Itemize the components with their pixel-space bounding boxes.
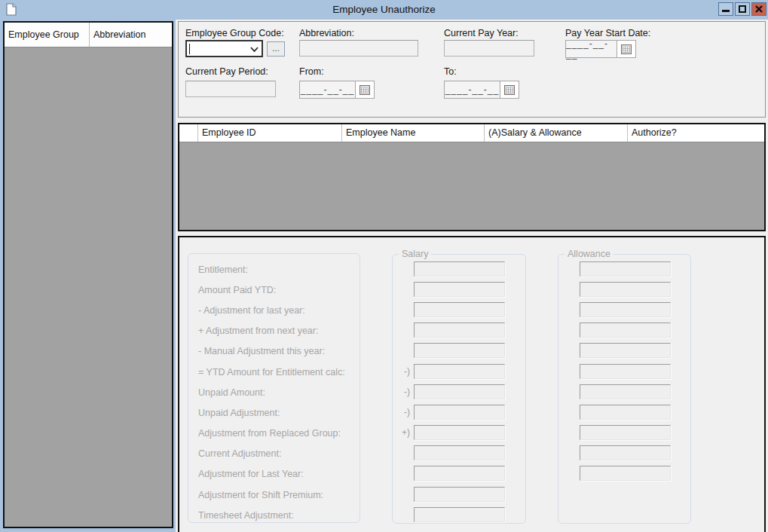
current-pay-year-label: Current Pay Year:: [444, 28, 519, 38]
calendar-icon: [621, 44, 632, 54]
employee-group-header: Employee Group Abbreviation: [5, 23, 172, 47]
to-date-field[interactable]: ____-__-__: [444, 81, 519, 99]
allowance-amount-field: [580, 445, 671, 460]
salary-row: [393, 320, 525, 341]
calendar-picker-button[interactable]: [500, 81, 519, 98]
salary-row: -): [393, 361, 525, 381]
salary-groupbox: Salary -)-)-)+): [392, 254, 526, 524]
allowance-amount-field: [580, 364, 671, 379]
salary-amount-field: [414, 364, 505, 379]
allowance-amount-field: [580, 282, 671, 297]
column-header-abbreviation[interactable]: Abbreviation: [90, 23, 172, 47]
salary-field-list: -)-)-)+): [393, 255, 525, 524]
detail-row-label: Adjustment for Shift Premium:: [198, 485, 360, 505]
employee-grid-header: Employee ID Employee Name (A)Salary & Al…: [179, 124, 764, 142]
calendar-picker-button[interactable]: [617, 41, 635, 57]
allowance-amount-field: [580, 261, 671, 277]
salary-row: [393, 299, 525, 320]
detail-row-label: Timesheet Adjustment:: [198, 505, 360, 525]
allowance-row: [558, 299, 690, 320]
allowance-groupbox: Allowance: [558, 254, 691, 524]
allowance-field-list: [558, 255, 690, 484]
salary-amount-field: [414, 282, 505, 297]
salary-amount-field: [414, 487, 505, 502]
salary-group-title: Salary: [399, 249, 431, 259]
row-selector-header: [179, 124, 198, 142]
allowance-row: [558, 402, 690, 422]
salary-amount-field: [414, 323, 505, 338]
salary-amount-field: [414, 384, 505, 399]
salary-amount-field: [414, 466, 505, 481]
operator-sign: -): [393, 407, 414, 417]
detail-row-label: Amount Paid YTD:: [198, 280, 360, 300]
from-date-field[interactable]: ____-__-__: [299, 81, 375, 99]
from-date-label: From:: [299, 66, 324, 77]
detail-row-label: Current Adjustment:: [198, 444, 360, 464]
to-date-label: To:: [444, 66, 457, 77]
allowance-amount-field: [580, 323, 671, 338]
detail-row-label: Adjustment for Last Year:: [198, 464, 360, 485]
browse-button[interactable]: ...: [267, 41, 285, 57]
detail-panel: Entitlement:Amount Paid YTD:- Adjustment…: [178, 236, 766, 532]
allowance-row: [558, 443, 690, 463]
chevron-down-icon: [250, 47, 259, 53]
main-area: Employee Group Code: ... Abbreviation: C…: [176, 20, 768, 532]
window-title: Employee Unauthorize: [0, 0, 768, 20]
salary-amount-field: [414, 302, 505, 317]
salary-row: [393, 463, 525, 484]
column-header-employee-group[interactable]: Employee Group: [5, 23, 90, 47]
column-header-employee-name[interactable]: Employee Name: [342, 124, 485, 142]
allowance-amount-field: [580, 466, 671, 481]
allowance-amount-field: [580, 343, 671, 358]
allowance-group-title: Allowance: [565, 249, 613, 259]
date-mask[interactable]: ____-__-__: [566, 41, 617, 57]
operator-sign: -): [393, 366, 414, 377]
maximize-button[interactable]: [735, 2, 750, 16]
column-header-salary-allowance[interactable]: (A)Salary & Allowance: [485, 124, 628, 142]
detail-labels-box: Entitlement:Amount Paid YTD:- Adjustment…: [188, 253, 360, 523]
detail-row-label: - Manual Adjustment this year:: [198, 341, 360, 362]
salary-row: [393, 258, 525, 279]
calendar-picker-button[interactable]: [355, 81, 374, 98]
pay-year-start-date-label: Pay Year Start Date:: [565, 28, 650, 38]
filter-panel: Employee Group Code: ... Abbreviation: C…: [178, 21, 766, 118]
allowance-row: [558, 341, 690, 361]
salary-row: -): [393, 381, 525, 402]
allowance-amount-field: [580, 302, 671, 317]
current-pay-year-field: [444, 40, 534, 57]
close-button[interactable]: [751, 2, 766, 16]
employee-group-code-combobox[interactable]: [185, 40, 263, 57]
allowance-amount-field: [580, 384, 671, 399]
date-mask[interactable]: ____-__-__: [445, 81, 500, 98]
allowance-amount-field: [580, 425, 671, 440]
salary-row: [393, 279, 525, 299]
allowance-row: [558, 258, 690, 279]
allowance-row: [558, 320, 690, 341]
window-controls: [718, 2, 766, 16]
allowance-row: [558, 361, 690, 381]
detail-row-label: Entitlement:: [198, 259, 360, 280]
calendar-icon: [360, 85, 370, 95]
allowance-row: [558, 423, 690, 443]
salary-row: [393, 341, 525, 361]
column-header-employee-id[interactable]: Employee ID: [198, 124, 342, 142]
detail-row-label: = YTD Amount for Entitlement calc:: [198, 362, 360, 382]
salary-row: +): [393, 423, 525, 443]
salary-amount-field: [414, 445, 505, 460]
column-header-authorize[interactable]: Authorize?: [628, 124, 764, 142]
employee-group-panel: Employee Group Abbreviation: [3, 21, 173, 528]
salary-amount-field: [414, 261, 505, 277]
allowance-row: [558, 381, 690, 402]
minimize-button[interactable]: [718, 2, 733, 16]
detail-label-list: Entitlement:Amount Paid YTD:- Adjustment…: [188, 254, 360, 525]
employee-grid-panel: Employee ID Employee Name (A)Salary & Al…: [178, 123, 766, 231]
salary-amount-field: [414, 425, 505, 440]
calendar-icon: [504, 85, 515, 95]
date-mask[interactable]: ____-__-__: [300, 81, 355, 98]
detail-row-label: + Adjustment from next year:: [198, 321, 360, 341]
current-pay-period-label: Current Pay Period:: [185, 66, 268, 77]
pay-year-start-date-field[interactable]: ____-__-__: [565, 40, 636, 58]
detail-row-label: - Adjustment for last year:: [198, 300, 360, 320]
allowance-row: [558, 279, 690, 299]
allowance-row: [558, 463, 690, 484]
